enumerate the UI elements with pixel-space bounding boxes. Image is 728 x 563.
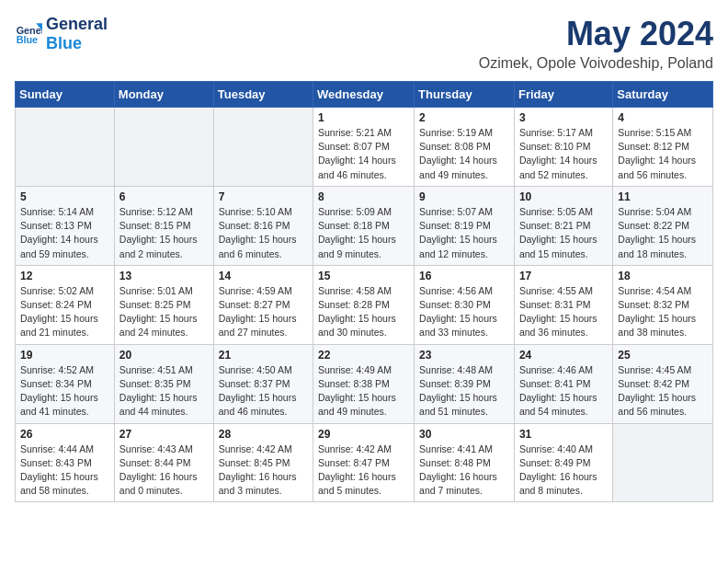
day-number: 22 <box>318 349 409 362</box>
logo: General Blue General Blue <box>15 15 108 52</box>
day-number: 11 <box>618 190 708 203</box>
day-info: Sunrise: 5:10 AM Sunset: 8:16 PM Dayligh… <box>219 205 308 261</box>
day-number: 29 <box>318 428 409 441</box>
calendar-week-row: 5Sunrise: 5:14 AM Sunset: 8:13 PM Daylig… <box>16 186 713 265</box>
day-info: Sunrise: 4:48 AM Sunset: 8:39 PM Dayligh… <box>419 363 509 419</box>
calendar-cell: 27Sunrise: 4:43 AM Sunset: 8:44 PM Dayli… <box>114 423 213 502</box>
calendar-cell: 19Sunrise: 4:52 AM Sunset: 8:34 PM Dayli… <box>16 344 115 423</box>
day-info: Sunrise: 5:17 AM Sunset: 8:10 PM Dayligh… <box>519 126 608 182</box>
day-number: 15 <box>318 270 409 282</box>
calendar-cell: 5Sunrise: 5:14 AM Sunset: 8:13 PM Daylig… <box>16 186 115 265</box>
calendar-week-row: 26Sunrise: 4:44 AM Sunset: 8:43 PM Dayli… <box>16 423 713 502</box>
calendar-cell <box>613 423 713 502</box>
calendar-cell: 4Sunrise: 5:15 AM Sunset: 8:12 PM Daylig… <box>613 108 713 187</box>
day-info: Sunrise: 4:40 AM Sunset: 8:49 PM Dayligh… <box>519 442 608 499</box>
day-number: 14 <box>219 270 308 282</box>
day-number: 20 <box>119 349 209 362</box>
location-subtitle: Ozimek, Opole Voivodeship, Poland <box>479 55 713 72</box>
day-number: 25 <box>618 349 708 362</box>
day-number: 16 <box>419 270 509 282</box>
day-info: Sunrise: 4:45 AM Sunset: 8:42 PM Dayligh… <box>618 363 708 419</box>
weekday-header-wednesday: Wednesday <box>313 82 415 108</box>
calendar-cell: 30Sunrise: 4:41 AM Sunset: 8:48 PM Dayli… <box>415 423 515 502</box>
day-info: Sunrise: 5:09 AM Sunset: 8:18 PM Dayligh… <box>318 205 409 261</box>
day-number: 3 <box>519 111 608 124</box>
calendar-cell: 15Sunrise: 4:58 AM Sunset: 8:28 PM Dayli… <box>313 265 415 344</box>
day-number: 7 <box>219 190 308 203</box>
day-number: 8 <box>318 190 409 203</box>
day-info: Sunrise: 4:44 AM Sunset: 8:43 PM Dayligh… <box>20 442 109 499</box>
calendar-cell: 31Sunrise: 4:40 AM Sunset: 8:49 PM Dayli… <box>514 423 612 502</box>
day-info: Sunrise: 5:01 AM Sunset: 8:25 PM Dayligh… <box>119 284 209 340</box>
day-info: Sunrise: 4:54 AM Sunset: 8:32 PM Dayligh… <box>618 284 708 340</box>
day-info: Sunrise: 4:55 AM Sunset: 8:31 PM Dayligh… <box>519 284 608 340</box>
day-info: Sunrise: 4:46 AM Sunset: 8:41 PM Dayligh… <box>519 363 608 419</box>
weekday-header-friday: Friday <box>514 82 612 108</box>
title-area: May 2024 Ozimek, Opole Voivodeship, Pola… <box>479 15 713 72</box>
day-info: Sunrise: 4:59 AM Sunset: 8:27 PM Dayligh… <box>219 284 308 340</box>
calendar-cell <box>114 108 213 187</box>
month-title: May 2024 <box>479 15 713 53</box>
calendar-cell: 13Sunrise: 5:01 AM Sunset: 8:25 PM Dayli… <box>114 265 213 344</box>
day-number: 23 <box>419 349 509 362</box>
day-number: 12 <box>20 270 109 282</box>
day-info: Sunrise: 5:07 AM Sunset: 8:19 PM Dayligh… <box>419 205 509 261</box>
calendar-cell: 7Sunrise: 5:10 AM Sunset: 8:16 PM Daylig… <box>213 186 313 265</box>
calendar-cell: 25Sunrise: 4:45 AM Sunset: 8:42 PM Dayli… <box>613 344 713 423</box>
calendar-cell: 24Sunrise: 4:46 AM Sunset: 8:41 PM Dayli… <box>514 344 612 423</box>
day-info: Sunrise: 4:42 AM Sunset: 8:45 PM Dayligh… <box>219 442 308 499</box>
day-number: 1 <box>318 111 409 124</box>
svg-text:Blue: Blue <box>17 34 38 45</box>
day-number: 19 <box>20 349 109 362</box>
calendar-cell: 26Sunrise: 4:44 AM Sunset: 8:43 PM Dayli… <box>16 423 115 502</box>
calendar-cell: 17Sunrise: 4:55 AM Sunset: 8:31 PM Dayli… <box>514 265 612 344</box>
day-info: Sunrise: 4:50 AM Sunset: 8:37 PM Dayligh… <box>219 363 308 419</box>
day-info: Sunrise: 5:04 AM Sunset: 8:22 PM Dayligh… <box>618 205 708 261</box>
day-number: 18 <box>618 270 708 282</box>
calendar-cell: 2Sunrise: 5:19 AM Sunset: 8:08 PM Daylig… <box>415 108 515 187</box>
day-number: 30 <box>419 428 509 441</box>
day-number: 2 <box>419 111 509 124</box>
day-info: Sunrise: 5:21 AM Sunset: 8:07 PM Dayligh… <box>318 126 409 182</box>
day-info: Sunrise: 5:02 AM Sunset: 8:24 PM Dayligh… <box>20 284 109 340</box>
day-number: 13 <box>119 270 209 282</box>
calendar-cell: 6Sunrise: 5:12 AM Sunset: 8:15 PM Daylig… <box>114 186 213 265</box>
calendar-cell: 28Sunrise: 4:42 AM Sunset: 8:45 PM Dayli… <box>213 423 313 502</box>
calendar-cell: 10Sunrise: 5:05 AM Sunset: 8:21 PM Dayli… <box>514 186 612 265</box>
calendar-week-row: 19Sunrise: 4:52 AM Sunset: 8:34 PM Dayli… <box>16 344 713 423</box>
day-info: Sunrise: 5:14 AM Sunset: 8:13 PM Dayligh… <box>20 205 109 261</box>
day-info: Sunrise: 5:15 AM Sunset: 8:12 PM Dayligh… <box>618 126 708 182</box>
day-info: Sunrise: 5:12 AM Sunset: 8:15 PM Dayligh… <box>119 205 209 261</box>
logo-icon: General Blue <box>15 20 42 48</box>
calendar-cell: 9Sunrise: 5:07 AM Sunset: 8:19 PM Daylig… <box>415 186 515 265</box>
day-info: Sunrise: 4:42 AM Sunset: 8:47 PM Dayligh… <box>318 442 409 499</box>
day-info: Sunrise: 4:49 AM Sunset: 8:38 PM Dayligh… <box>318 363 409 419</box>
calendar-cell <box>16 108 115 187</box>
day-info: Sunrise: 4:51 AM Sunset: 8:35 PM Dayligh… <box>119 363 209 419</box>
day-info: Sunrise: 4:41 AM Sunset: 8:48 PM Dayligh… <box>419 442 509 499</box>
day-number: 27 <box>119 428 209 441</box>
day-number: 24 <box>519 349 608 362</box>
weekday-header-saturday: Saturday <box>613 82 713 108</box>
day-number: 28 <box>219 428 308 441</box>
day-number: 21 <box>219 349 308 362</box>
calendar-cell: 3Sunrise: 5:17 AM Sunset: 8:10 PM Daylig… <box>514 108 612 187</box>
calendar-cell: 14Sunrise: 4:59 AM Sunset: 8:27 PM Dayli… <box>213 265 313 344</box>
day-info: Sunrise: 4:56 AM Sunset: 8:30 PM Dayligh… <box>419 284 509 340</box>
weekday-header-sunday: Sunday <box>16 82 115 108</box>
calendar-cell: 18Sunrise: 4:54 AM Sunset: 8:32 PM Dayli… <box>613 265 713 344</box>
weekday-header-tuesday: Tuesday <box>213 82 313 108</box>
calendar-cell: 8Sunrise: 5:09 AM Sunset: 8:18 PM Daylig… <box>313 186 415 265</box>
page-header: General Blue General Blue May 2024 Ozime… <box>15 15 713 72</box>
calendar-cell: 20Sunrise: 4:51 AM Sunset: 8:35 PM Dayli… <box>114 344 213 423</box>
day-number: 10 <box>519 190 608 203</box>
logo-general-text: General <box>46 15 108 34</box>
day-info: Sunrise: 5:19 AM Sunset: 8:08 PM Dayligh… <box>419 126 509 182</box>
calendar-cell: 11Sunrise: 5:04 AM Sunset: 8:22 PM Dayli… <box>613 186 713 265</box>
calendar-cell: 29Sunrise: 4:42 AM Sunset: 8:47 PM Dayli… <box>313 423 415 502</box>
weekday-header-row: SundayMondayTuesdayWednesdayThursdayFrid… <box>16 82 713 108</box>
calendar-week-row: 12Sunrise: 5:02 AM Sunset: 8:24 PM Dayli… <box>16 265 713 344</box>
weekday-header-monday: Monday <box>114 82 213 108</box>
day-number: 31 <box>519 428 608 441</box>
weekday-header-thursday: Thursday <box>415 82 515 108</box>
